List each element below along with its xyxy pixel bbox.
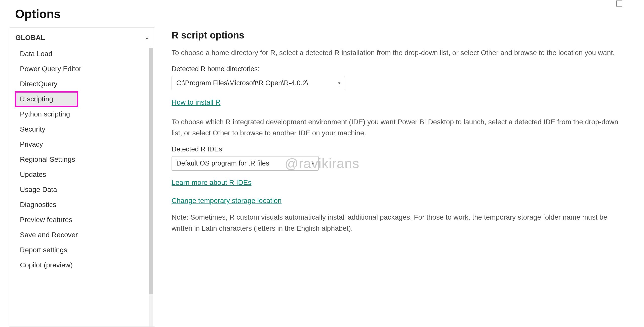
- page-title: Options: [0, 0, 644, 27]
- sidebar-item-copilot-preview[interactable]: Copilot (preview): [9, 258, 148, 273]
- ide-value: Default OS program for .R files: [176, 159, 269, 167]
- install-r-link[interactable]: How to install R: [172, 98, 221, 106]
- sidebar-item-data-load[interactable]: Data Load: [9, 46, 148, 61]
- home-dir-value: C:\Program Files\Microsoft\R Open\R-4.0.…: [176, 79, 308, 87]
- sidebar-item-security[interactable]: Security: [9, 122, 148, 137]
- scrollbar-thumb[interactable]: [149, 48, 153, 294]
- sidebar-item-privacy[interactable]: Privacy: [9, 137, 148, 152]
- intro-home-text: To choose a home directory for R, select…: [172, 47, 620, 58]
- ide-label: Detected R IDEs:: [172, 145, 620, 153]
- sidebar-item-preview-features[interactable]: Preview features: [9, 212, 148, 227]
- sidebar-items: Data Load Power Query Editor DirectQuery…: [9, 46, 155, 273]
- sidebar-item-report-settings[interactable]: Report settings: [9, 242, 148, 258]
- maximize-icon[interactable]: [616, 1, 622, 7]
- home-dir-label: Detected R home directories:: [172, 65, 620, 73]
- content-layout: GLOBAL ⌃ Data Load Power Query Editor Di…: [0, 27, 644, 327]
- ide-dropdown[interactable]: Default OS program for .R files ▾: [172, 156, 319, 171]
- learn-ide-link[interactable]: Learn more about R IDEs: [172, 179, 252, 187]
- sidebar-item-power-query-editor[interactable]: Power Query Editor: [9, 61, 148, 76]
- sidebar-section-global: GLOBAL: [9, 34, 155, 46]
- sidebar-item-save-and-recover[interactable]: Save and Recover: [9, 227, 148, 242]
- main-heading: R script options: [172, 30, 620, 41]
- sidebar-item-regional-settings[interactable]: Regional Settings: [9, 152, 148, 167]
- intro-ide-text: To choose which R integrated development…: [172, 116, 620, 138]
- chevron-down-icon: ▾: [338, 80, 340, 86]
- chevron-down-icon: ▾: [312, 161, 314, 166]
- main-panel: R script options To choose a home direct…: [155, 27, 635, 327]
- sidebar: GLOBAL ⌃ Data Load Power Query Editor Di…: [9, 27, 155, 327]
- chevron-up-icon[interactable]: ⌃: [144, 37, 150, 44]
- temp-storage-link[interactable]: Change temporary storage location: [172, 197, 281, 205]
- sidebar-item-usage-data[interactable]: Usage Data: [9, 182, 148, 197]
- sidebar-item-updates[interactable]: Updates: [9, 167, 148, 182]
- note-text: Note: Sometimes, R custom visuals automa…: [172, 212, 620, 234]
- sidebar-item-r-scripting[interactable]: R scripting: [15, 92, 78, 107]
- sidebar-item-python-scripting[interactable]: Python scripting: [9, 107, 148, 122]
- home-dir-dropdown[interactable]: C:\Program Files\Microsoft\R Open\R-4.0.…: [172, 76, 345, 90]
- sidebar-item-directquery[interactable]: DirectQuery: [9, 76, 148, 92]
- sidebar-item-diagnostics[interactable]: Diagnostics: [9, 197, 148, 212]
